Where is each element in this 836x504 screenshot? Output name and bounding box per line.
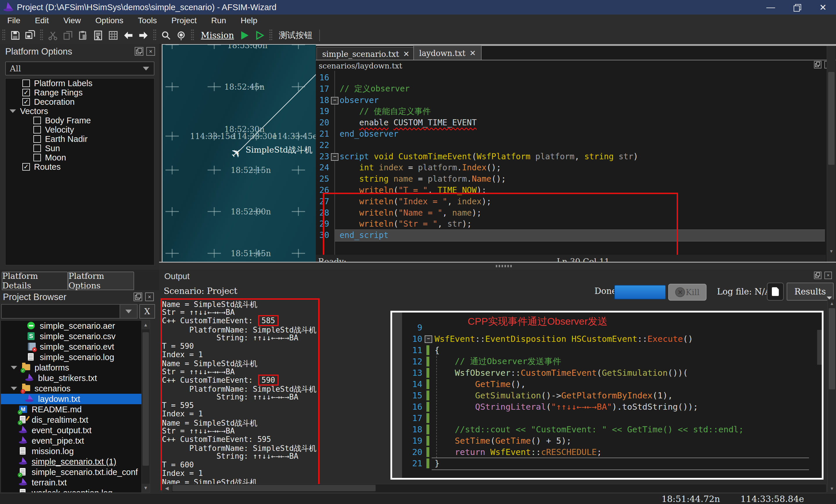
toolbar-grip[interactable] <box>2 30 5 41</box>
print-preview-button[interactable] <box>91 28 106 43</box>
menu-options[interactable]: Options <box>88 15 131 27</box>
expander-icon[interactable] <box>10 110 16 113</box>
checkbox[interactable]: ✓ <box>22 89 30 96</box>
splitter-grip[interactable] <box>496 265 513 267</box>
map-view[interactable]: ✈ SimpleStd战斗机 18:53:00n18:52:45n18:52:3… <box>162 44 317 263</box>
scroll-left-icon[interactable]: ◀ <box>162 484 172 492</box>
paste-button[interactable] <box>75 28 91 43</box>
platform-filter-select[interactable]: All <box>5 61 154 75</box>
menu-file[interactable]: File <box>0 15 27 27</box>
checkbox[interactable] <box>33 117 41 124</box>
save-button[interactable] <box>7 28 23 43</box>
file-simple-scenario-evt[interactable]: ✕simple_scenario.evt <box>1 342 150 352</box>
editor-top-splitter[interactable] <box>316 44 836 46</box>
file-readme-md[interactable]: M✓README.md <box>1 404 150 415</box>
restore-button[interactable] <box>784 0 810 15</box>
dock-grip[interactable] <box>73 287 89 289</box>
toolbar-grip[interactable] <box>40 30 43 41</box>
visibility-button[interactable] <box>174 28 189 43</box>
checkbox[interactable]: ✓ <box>22 163 30 171</box>
toolbar-grip[interactable] <box>153 30 156 41</box>
chevron-down-icon[interactable] <box>119 305 137 318</box>
fold-marker-icon[interactable]: − <box>331 153 339 161</box>
close-tab-icon[interactable]: ✕ <box>470 49 476 57</box>
editor-scrollbar[interactable]: ▼ <box>827 46 836 268</box>
back-button[interactable] <box>121 28 136 43</box>
checkbox[interactable] <box>33 144 41 152</box>
file-simple-scenario-log[interactable]: simple_scenario.log <box>1 352 150 363</box>
menu-edit[interactable]: Edit <box>27 15 56 27</box>
close-button[interactable]: ✕ <box>810 0 836 15</box>
platform-option-routes[interactable]: ✓Routes <box>5 162 154 172</box>
platform-option-sun[interactable]: Sun <box>5 143 154 153</box>
file-scenarios[interactable]: !scenarios <box>1 383 150 394</box>
scroll-up-icon[interactable]: ▲ <box>828 299 836 307</box>
cut-button[interactable] <box>45 28 60 43</box>
forward-button[interactable] <box>136 28 151 43</box>
tab-laydown[interactable]: laydown.txt ✕ <box>413 45 481 60</box>
scroll-down-icon[interactable]: ▼ <box>828 485 836 492</box>
menu-tools[interactable]: Tools <box>131 15 164 27</box>
file-laydown-txt[interactable]: laydown.txt <box>1 394 150 404</box>
close-tab-icon[interactable]: ✕ <box>403 50 410 58</box>
scrollbar-thumb[interactable] <box>142 332 149 466</box>
file-event-pipe-txt[interactable]: event_pipe.txt <box>1 435 150 446</box>
expander-icon[interactable] <box>11 366 17 369</box>
file-simple-scenario-csv[interactable]: Ssimple_scenario.csv <box>1 331 150 342</box>
fold-marker-icon[interactable]: − <box>331 97 339 104</box>
log-file-button[interactable] <box>767 283 784 301</box>
output-scrollbar[interactable]: ▲ ▼ <box>827 299 836 492</box>
file-dis-realtime-txt[interactable]: ✓dis_realtime.txt <box>1 415 150 425</box>
run-mission-button[interactable] <box>237 28 252 43</box>
platform-option-decoration[interactable]: ✓Decoration <box>5 97 154 106</box>
run-alt-button[interactable] <box>252 28 267 43</box>
float-panel-icon[interactable] <box>135 47 144 56</box>
platform-option-vectors[interactable]: Vectors <box>5 106 154 116</box>
kill-button[interactable]: ✕ Kill <box>668 284 706 301</box>
tab-platform-details[interactable]: Platform Details <box>2 272 68 290</box>
search-button[interactable] <box>158 28 174 43</box>
file-blue-strikers-txt[interactable]: blue_strikers.txt <box>1 373 150 383</box>
script-browser-button[interactable] <box>106 28 121 43</box>
platform-option-range-rings[interactable]: ✓Range Rings <box>5 88 154 97</box>
scrollbar-thumb[interactable] <box>172 485 376 491</box>
mission-dropdown[interactable]: Mission <box>201 31 234 40</box>
checkbox[interactable] <box>33 135 41 143</box>
project-filter-select[interactable] <box>1 304 138 318</box>
file-terrain-txt[interactable]: terrain.txt <box>1 477 150 488</box>
save-all-button[interactable] <box>23 28 38 43</box>
tree-scrollbar[interactable]: ▲ ▼ <box>141 321 150 492</box>
toolbar-grip[interactable] <box>191 30 194 41</box>
tab-simple-scenario[interactable]: simple_scenario.txt ✕ <box>317 47 415 60</box>
code-editor[interactable]: 1617// 定义observer18observer−19 // 使能自定义事… <box>316 71 826 282</box>
expander-icon[interactable] <box>11 387 17 390</box>
file-simple-scenario-txt-1[interactable]: simple_scenario.txt (1) <box>1 457 150 467</box>
test-button[interactable]: 测试按钮 <box>279 30 312 41</box>
menu-view[interactable]: View <box>56 15 88 27</box>
file-warlock-exception-log[interactable]: warlock-exception.log <box>1 488 150 493</box>
platform-option-platform-labels[interactable]: Platform Labels <box>5 79 154 88</box>
toolbar-grip[interactable] <box>269 30 272 41</box>
platform-option-body-frame[interactable]: Body Frame <box>5 116 154 125</box>
clear-filter-button[interactable]: X <box>139 304 155 318</box>
minimize-button[interactable]: — <box>758 0 784 15</box>
file-event-output-txt[interactable]: event_output.txt <box>1 425 150 435</box>
output-hscrollbar[interactable]: ◀ <box>162 484 826 493</box>
checkbox[interactable] <box>33 126 41 134</box>
scroll-up-icon[interactable]: ▲ <box>142 321 150 329</box>
checkbox[interactable] <box>22 79 30 87</box>
close-panel-icon[interactable]: × <box>146 47 155 56</box>
checkbox[interactable] <box>33 154 41 161</box>
results-button[interactable]: Results <box>787 283 834 301</box>
copy-button[interactable] <box>60 28 75 43</box>
float-panel-icon[interactable] <box>134 292 142 301</box>
scroll-down-icon[interactable]: ▼ <box>827 247 836 255</box>
float-panel-icon[interactable] <box>814 272 821 279</box>
platform-option-moon[interactable]: Moon <box>5 153 154 162</box>
scroll-down-icon[interactable]: ▼ <box>142 484 150 492</box>
menu-help[interactable]: Help <box>233 15 265 27</box>
float-editor-icon[interactable] <box>814 61 821 69</box>
platform-option-velocity[interactable]: Velocity <box>5 125 154 134</box>
close-panel-icon[interactable]: × <box>145 292 154 301</box>
file-mission-log[interactable]: mission.log <box>1 446 150 457</box>
